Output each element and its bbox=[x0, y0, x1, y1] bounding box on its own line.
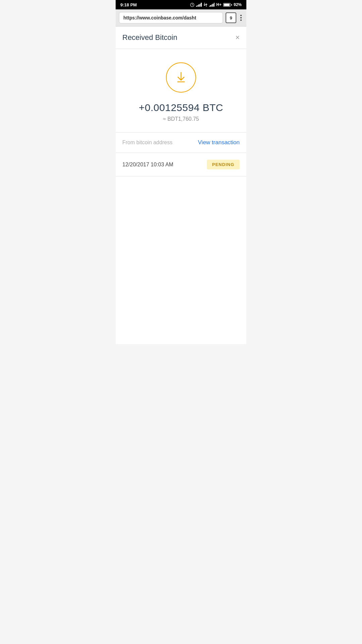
battery-percent: 92% bbox=[234, 2, 242, 7]
btc-amount: +0.00125594 BTC bbox=[139, 102, 223, 113]
url-path: /dasht bbox=[182, 15, 196, 20]
bdt-amount: ≈ BDT1,760.75 bbox=[163, 116, 199, 122]
dot-1 bbox=[240, 15, 242, 16]
status-indicators: H+ 92% bbox=[190, 2, 242, 7]
browser-menu-button[interactable] bbox=[239, 13, 243, 22]
transaction-header: Received Bitcoin × bbox=[116, 26, 246, 49]
receive-download-icon bbox=[174, 71, 188, 84]
url-prefix: https:// bbox=[123, 15, 139, 20]
icon-section: +0.00125594 BTC ≈ BDT1,760.75 bbox=[116, 49, 246, 132]
receive-icon-container bbox=[166, 62, 196, 93]
signal-bars-icon bbox=[196, 3, 202, 7]
network-type: H+ bbox=[216, 2, 222, 7]
date-status-row: 12/20/2017 10:03 AM PENDING bbox=[116, 153, 246, 176]
empty-area bbox=[116, 176, 246, 344]
url-bar[interactable]: https://www.coinbase.com/dasht bbox=[119, 12, 223, 23]
transaction-title: Received Bitcoin bbox=[122, 33, 177, 42]
main-content: Received Bitcoin × +0.00125594 BTC ≈ BDT… bbox=[116, 26, 246, 344]
transaction-date: 12/20/2017 10:03 AM bbox=[122, 162, 173, 168]
dot-3 bbox=[240, 19, 242, 21]
dot-2 bbox=[240, 17, 242, 18]
close-button[interactable]: × bbox=[235, 34, 240, 41]
status-bar: 9:18 PM H+ bbox=[116, 0, 246, 9]
details-row: From bitcoin address View transaction bbox=[116, 132, 246, 153]
status-time: 9:18 PM bbox=[120, 2, 137, 7]
from-address-label: From bitcoin address bbox=[122, 140, 172, 146]
battery-icon bbox=[223, 3, 232, 7]
view-transaction-link[interactable]: View transaction bbox=[198, 139, 240, 146]
status-badge: PENDING bbox=[207, 160, 240, 169]
browser-bar: https://www.coinbase.com/dasht 9 bbox=[116, 9, 246, 26]
url-domain: www.coinbase.com bbox=[139, 15, 182, 20]
data-transfer-icon bbox=[203, 2, 207, 7]
tab-count[interactable]: 9 bbox=[226, 12, 236, 23]
clock-icon bbox=[190, 3, 194, 7]
signal-bars-2-icon bbox=[209, 3, 215, 7]
